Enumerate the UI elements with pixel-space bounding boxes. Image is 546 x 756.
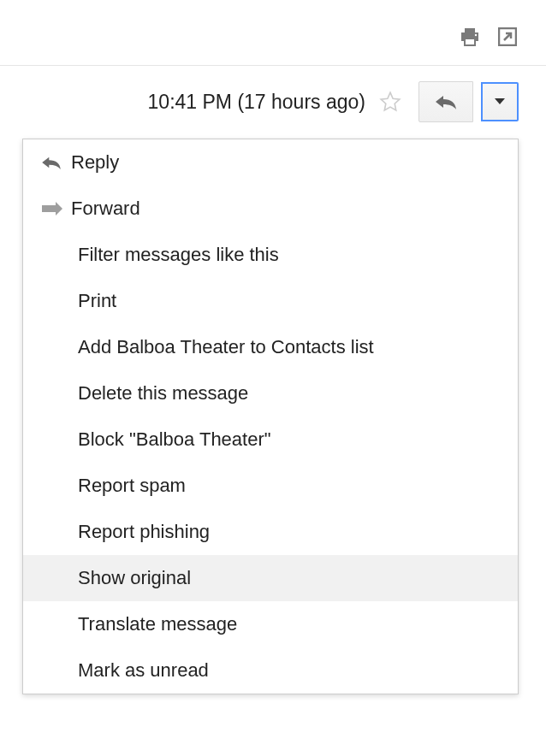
- menu-item-mark-unread[interactable]: Mark as unread: [23, 647, 518, 694]
- menu-item-label: Reply: [71, 151, 501, 174]
- reply-icon: [40, 155, 71, 170]
- forward-icon: [40, 202, 71, 216]
- svg-point-3: [475, 34, 477, 36]
- menu-item-translate[interactable]: Translate message: [23, 601, 518, 647]
- menu-item-print[interactable]: Print: [23, 278, 518, 324]
- menu-item-report-spam[interactable]: Report spam: [23, 463, 518, 509]
- menu-item-label: Translate message: [78, 613, 501, 635]
- reply-icon: [434, 93, 458, 110]
- menu-item-forward[interactable]: Forward: [23, 186, 518, 232]
- menu-item-label: Forward: [71, 198, 501, 220]
- menu-item-show-original[interactable]: Show original: [23, 555, 518, 601]
- menu-item-add-contact[interactable]: Add Balboa Theater to Contacts list: [23, 324, 518, 370]
- message-header: 10:41 PM (17 hours ago): [0, 66, 546, 122]
- timestamp: 10:41 PM (17 hours ago): [148, 91, 365, 114]
- more-actions-menu: Reply Forward Filter messages like this …: [22, 139, 519, 694]
- menu-item-label: Report phishing: [78, 521, 501, 543]
- menu-item-label: Delete this message: [78, 382, 501, 405]
- chevron-down-icon: [495, 98, 505, 105]
- star-button[interactable]: [377, 89, 403, 115]
- menu-item-report-phishing[interactable]: Report phishing: [23, 509, 518, 555]
- top-toolbar: [0, 0, 546, 65]
- menu-item-block[interactable]: Block "Balboa Theater": [23, 416, 518, 463]
- menu-item-label: Block "Balboa Theater": [78, 428, 501, 451]
- star-icon: [379, 91, 401, 113]
- open-new-window-button[interactable]: [496, 26, 519, 48]
- menu-item-label: Add Balboa Theater to Contacts list: [78, 336, 501, 358]
- new-window-icon: [498, 27, 517, 46]
- svg-rect-0: [465, 28, 475, 32]
- menu-item-label: Show original: [78, 567, 501, 589]
- menu-item-label: Report spam: [78, 475, 501, 497]
- menu-item-reply[interactable]: Reply: [23, 139, 518, 186]
- print-button[interactable]: [459, 26, 481, 48]
- print-icon: [460, 27, 480, 46]
- menu-item-label: Filter messages like this: [78, 244, 501, 266]
- menu-item-filter[interactable]: Filter messages like this: [23, 232, 518, 278]
- menu-item-label: Mark as unread: [78, 659, 501, 682]
- menu-item-delete[interactable]: Delete this message: [23, 370, 518, 416]
- reply-button[interactable]: [418, 81, 473, 122]
- menu-item-label: Print: [78, 290, 501, 312]
- svg-rect-2: [465, 38, 475, 45]
- more-actions-button[interactable]: [481, 82, 519, 121]
